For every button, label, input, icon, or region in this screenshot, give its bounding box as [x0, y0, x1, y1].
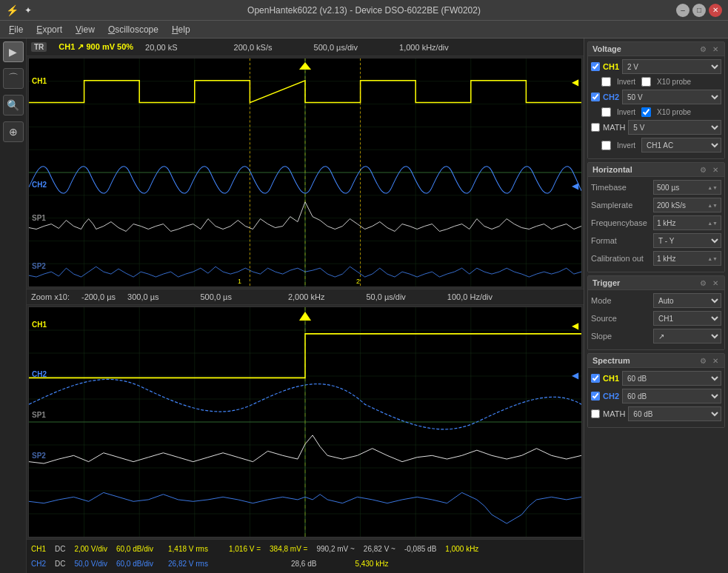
- voltage-ch1-select[interactable]: 2 V 1 V 500 mV: [622, 59, 721, 74]
- status-ch2-row: CH2 DC 50,0 V/div 60,0 dB/div 26,82 V rm…: [31, 556, 579, 571]
- status-ch1-freq: 1,000 kHz: [445, 545, 478, 553]
- spectrum-ch1-checkbox[interactable]: [591, 374, 600, 383]
- trigger-body: Mode Auto Normal Single Source CH1 CH2 E…: [588, 290, 724, 349]
- voltage-math-coupling-select[interactable]: CH1 AC CH1 DC CH2 AC: [641, 138, 721, 153]
- samples-info: 20,00 kS: [145, 43, 177, 52]
- titlebar-icon2: ✦: [24, 5, 32, 16]
- voltage-ch2-x10-label: X10 probe: [657, 108, 691, 116]
- status-ch1-val6: 28,6 dB: [291, 560, 316, 568]
- spectrum-ch1-select[interactable]: 60 dB 40 dB 80 dB: [622, 371, 721, 386]
- scope-toolbar: ▶ ⌒ 🔍 ⊕: [0, 38, 27, 573]
- ch1-trigger-label: CH1 ↗ 900 mV 50%: [59, 42, 133, 52]
- voltage-ch2-options-row: Invert X10 probe: [591, 107, 721, 117]
- voltage-math-select[interactable]: 5 V 2 V: [628, 120, 721, 135]
- trigger-close-icon[interactable]: ✕: [711, 279, 720, 287]
- spectrum-ch1-label: CH1: [603, 374, 619, 383]
- calibration-row: Calibration out 1 kHz ▲▼: [591, 251, 721, 266]
- spectrum-math-label: MATH: [603, 409, 625, 418]
- trigger-settings-icon[interactable]: ⚙: [698, 279, 708, 287]
- frequencybase-spin-arrows[interactable]: ▲▼: [707, 221, 718, 226]
- zoom-range2: 300,0 µs: [127, 292, 158, 301]
- spectrum-settings-icon[interactable]: ⚙: [698, 357, 708, 365]
- calibration-spin-arrows[interactable]: ▲▼: [707, 256, 718, 261]
- status-ch1-coupling: DC: [55, 545, 65, 553]
- app-icon: ⚡: [6, 4, 19, 16]
- timebase-input[interactable]: 500 µs ▲▼: [653, 180, 721, 195]
- status-ch2-spectrum: 60,0 dB/div: [116, 560, 153, 568]
- voltage-body: CH1 2 V 1 V 500 mV Invert X10 probe: [588, 56, 724, 158]
- spectrum-ch2-select[interactable]: 60 dB 40 dB 80 dB: [622, 389, 721, 403]
- scope-content: TR CH1 ↗ 900 mV 50% 20,00 kS 200,0 kS/s …: [27, 38, 584, 573]
- cursor-button[interactable]: ⊕: [3, 121, 24, 142]
- menu-help[interactable]: Help: [166, 23, 196, 36]
- trigger-mode-select[interactable]: Auto Normal Single: [653, 293, 721, 308]
- horizontal-body: Timebase 500 µs ▲▼ Samplerate 200 kS/s ▲…: [588, 177, 724, 272]
- samplerate-spin-arrows[interactable]: ▲▼: [707, 203, 718, 208]
- voltage-math-label: MATH: [603, 123, 625, 132]
- voltage-ch2-checkbox[interactable]: [591, 93, 600, 101]
- spectrum-header-icons: ⚙ ✕: [698, 357, 720, 365]
- samplerate-input[interactable]: 200 kS/s ▲▼: [653, 198, 721, 212]
- spectrum-math-select[interactable]: 60 dB 40 dB: [628, 406, 721, 421]
- close-button[interactable]: ✕: [709, 4, 722, 17]
- spectrum-ch1-row: CH1 60 dB 40 dB 80 dB: [591, 371, 721, 386]
- zoom-label: Zoom x10:: [31, 292, 70, 301]
- voltage-ch2-label: CH2: [603, 93, 619, 101]
- frequencybase-input[interactable]: 1 kHz ▲▼: [653, 215, 721, 230]
- main-scope-view[interactable]: CH1 CH2 SP1 SP2 ◀ ◀ 1 2: [28, 58, 582, 287]
- status-ch2-coupling: DC: [55, 560, 65, 568]
- trigger-slope-select[interactable]: ↗ ↘: [653, 329, 721, 344]
- voltage-settings-icon[interactable]: ⚙: [698, 45, 708, 53]
- menu-view[interactable]: View: [70, 23, 101, 36]
- voltage-math-checkbox[interactable]: [591, 123, 600, 132]
- trigger-arrow-icon: ↗: [77, 42, 84, 51]
- voltage-header: Voltage ⚙ ✕: [588, 42, 724, 56]
- voltage-ch1-checkbox[interactable]: [591, 62, 600, 71]
- maximize-button[interactable]: □: [692, 4, 706, 17]
- voltage-ch1-invert-label: Invert: [617, 78, 635, 86]
- status-ch1-cursor2: 384,8 mV =: [270, 545, 307, 553]
- minimize-button[interactable]: –: [676, 4, 689, 17]
- calibration-input[interactable]: 1 kHz ▲▼: [653, 251, 721, 266]
- horizontal-section: Horizontal ⚙ ✕ Timebase 500 µs ▲▼ Sample…: [587, 162, 725, 272]
- voltage-math-invert-checkbox[interactable]: [601, 141, 611, 150]
- voltage-ch2-select[interactable]: 50 V 20 V 10 V: [622, 90, 721, 104]
- calibration-label: Calibration out: [591, 254, 650, 263]
- voltage-ch2-x10-checkbox[interactable]: [641, 107, 651, 117]
- titlebar: ⚡ ✦ OpenHantek6022 (v2.13) - Device DSO-…: [0, 0, 728, 21]
- samplerate-label: Samplerate: [591, 201, 650, 210]
- status-ch1-spectrum: 60,0 dB/div: [116, 545, 153, 553]
- format-row: Format T - Y X - Y: [591, 233, 721, 248]
- timebase-spin-arrows[interactable]: ▲▼: [707, 185, 718, 190]
- trigger-source-select[interactable]: CH1 CH2 EXT: [653, 311, 721, 326]
- voltage-ch1-invert-checkbox[interactable]: [601, 77, 611, 87]
- zoom-scope-view[interactable]: CH1 CH2 SP1 SP2 ◀ ◀: [28, 306, 582, 537]
- menu-export[interactable]: Export: [30, 23, 68, 36]
- single-button[interactable]: ⌒: [3, 68, 24, 89]
- svg-marker-24: [299, 62, 311, 70]
- timebase-row: Timebase 500 µs ▲▼: [591, 180, 721, 195]
- titlebar-controls: – □ ✕: [676, 4, 722, 17]
- voltage-math-row: MATH 5 V 2 V: [591, 120, 721, 135]
- spectrum-ch2-checkbox[interactable]: [591, 392, 600, 401]
- samplerate-row: Samplerate 200 kS/s ▲▼: [591, 198, 721, 212]
- voltage-close-icon[interactable]: ✕: [711, 45, 720, 53]
- voltage-ch2-invert-checkbox[interactable]: [601, 107, 611, 117]
- run-stop-button[interactable]: ▶: [3, 41, 24, 62]
- voltage-ch1-x10-checkbox[interactable]: [641, 77, 651, 87]
- spectrum-math-checkbox[interactable]: [591, 409, 600, 418]
- zoom-ch1-trig-marker: ◀: [572, 321, 578, 331]
- menu-oscilloscope[interactable]: Oscilloscope: [102, 23, 164, 36]
- zoom-freqdiv: 100,0 Hz/div: [447, 292, 492, 301]
- horizontal-settings-icon[interactable]: ⚙: [698, 166, 708, 174]
- status-ch1-freq2: 5,430 kHz: [355, 560, 388, 568]
- zoom-ch2-trig-marker: ◀: [572, 370, 578, 381]
- format-select[interactable]: T - Y X - Y: [653, 233, 721, 248]
- menu-file[interactable]: File: [3, 23, 29, 36]
- spectrum-close-icon[interactable]: ✕: [711, 357, 720, 365]
- voltage-section: Voltage ⚙ ✕ CH1 2 V 1 V 500 mV: [587, 41, 725, 159]
- zoom-timediv: 50,0 µs/div: [366, 292, 405, 301]
- horizontal-close-icon[interactable]: ✕: [711, 166, 720, 174]
- zoom-button[interactable]: 🔍: [3, 95, 24, 115]
- voltage-ch2-invert-label: Invert: [617, 108, 635, 116]
